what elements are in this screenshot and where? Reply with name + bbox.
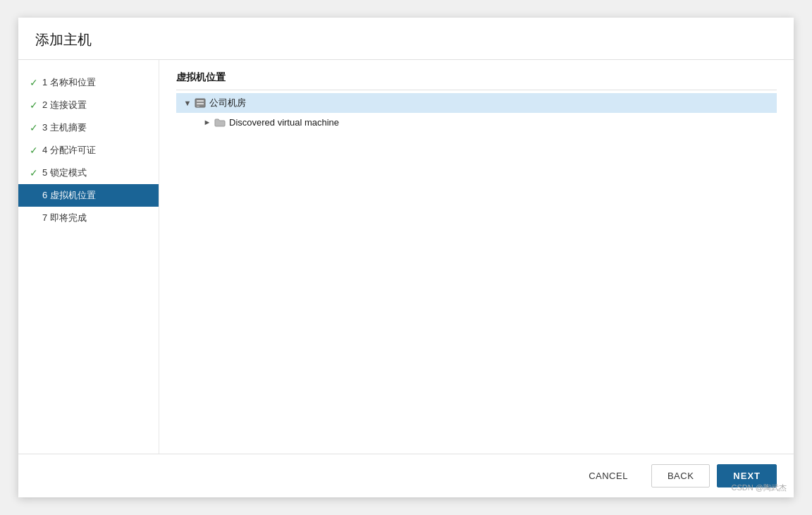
step-label-2: 2 连接设置 <box>42 99 87 111</box>
datacenter-icon <box>195 98 206 108</box>
main-content: 虚拟机位置 ▼ 公司机房 <box>159 60 794 454</box>
dialog-body: ✓ 1 名称和位置 ✓ 2 连接设置 ✓ 3 主机摘要 ✓ 4 分配许可证 ✓ <box>18 60 794 454</box>
step-label-7: 7 即将完成 <box>42 212 87 224</box>
step-label-1: 1 名称和位置 <box>42 76 96 89</box>
back-button[interactable]: BACK <box>651 464 710 487</box>
sidebar-item-step-4: ✓ 4 分配许可证 <box>18 139 159 162</box>
dialog-title: 添加主机 <box>18 18 794 60</box>
step-label-5: 5 锁定模式 <box>42 166 87 179</box>
sidebar-item-step-1: ✓ 1 名称和位置 <box>18 71 159 94</box>
tree-toggle-root[interactable]: ▼ <box>182 97 193 109</box>
cancel-button[interactable]: CANCEL <box>572 464 644 487</box>
folder-icon <box>214 118 226 127</box>
step-label-4: 4 分配许可证 <box>42 144 96 157</box>
sidebar-item-step-3: ✓ 3 主机摘要 <box>18 116 159 139</box>
section-title: 虚拟机位置 <box>176 71 777 90</box>
svg-rect-2 <box>197 103 204 104</box>
svg-rect-1 <box>197 100 204 102</box>
sidebar-item-step-6: ✓ 6 虚拟机位置 <box>18 184 159 207</box>
dialog-footer: CANCEL BACK NEXT <box>18 454 794 497</box>
step-label-3: 3 主机摘要 <box>42 121 87 134</box>
check-icon-4: ✓ <box>30 145 38 156</box>
check-icon-3: ✓ <box>30 122 38 133</box>
check-icon-5: ✓ <box>30 167 38 178</box>
add-host-dialog: 添加主机 ✓ 1 名称和位置 ✓ 2 连接设置 ✓ 3 主机摘要 ✓ 4 <box>18 18 794 497</box>
tree-child-1-label: Discovered virtual machine <box>229 117 339 128</box>
check-icon-1: ✓ <box>30 77 38 88</box>
check-icon-2: ✓ <box>30 99 38 111</box>
sidebar-item-step-7: ✓ 7 即将完成 <box>18 207 159 229</box>
tree-toggle-child-1[interactable]: ► <box>202 116 213 128</box>
tree-root-label: 公司机房 <box>209 97 246 109</box>
tree-container: ▼ 公司机房 ► <box>176 93 777 442</box>
sidebar: ✓ 1 名称和位置 ✓ 2 连接设置 ✓ 3 主机摘要 ✓ 4 分配许可证 ✓ <box>18 60 159 454</box>
tree-row-root[interactable]: ▼ 公司机房 <box>176 93 777 113</box>
step-label-6: 6 虚拟机位置 <box>42 189 96 202</box>
watermark: CSDN @陶武杰 <box>732 483 787 493</box>
sidebar-item-step-2: ✓ 2 连接设置 <box>18 94 159 116</box>
sidebar-item-step-5: ✓ 5 锁定模式 <box>18 162 159 184</box>
svg-rect-3 <box>197 106 199 107</box>
tree-row-child-1[interactable]: ► Discovered virtual machine <box>176 113 777 131</box>
